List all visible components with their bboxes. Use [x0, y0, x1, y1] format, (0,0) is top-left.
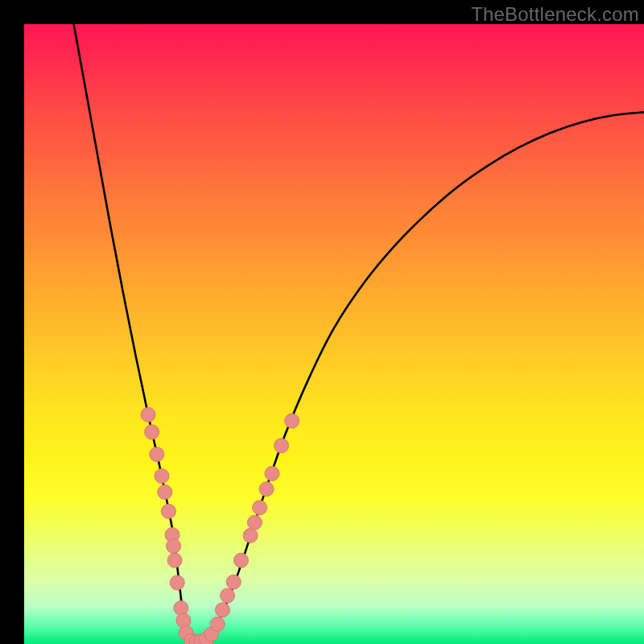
curve-marker: [259, 482, 274, 497]
curve-marker: [145, 425, 159, 440]
chart-frame: TheBottleneck.com: [0, 0, 644, 644]
curve-marker: [210, 617, 225, 631]
curve-marker: [247, 515, 262, 530]
curve-marker: [253, 501, 267, 515]
curve-marker: [170, 576, 184, 590]
bottleneck-curve: [74, 24, 644, 644]
bottleneck-chart: [24, 24, 644, 644]
curve-marker: [167, 553, 182, 568]
curve-marker: [158, 485, 172, 499]
curve-marker: [155, 469, 169, 483]
curve-markers: [141, 407, 299, 644]
curve-marker: [141, 407, 155, 422]
curve-marker: [215, 603, 229, 617]
curve-marker: [221, 588, 235, 603]
curve-marker: [265, 466, 279, 481]
curve-marker: [285, 414, 299, 428]
curve-marker: [234, 553, 249, 568]
curve-marker: [150, 447, 164, 461]
curve-marker: [174, 601, 188, 615]
curve-marker: [275, 439, 289, 453]
curve-marker: [226, 575, 241, 589]
watermark-text: TheBottleneck.com: [471, 3, 639, 26]
curve-marker: [176, 613, 191, 628]
curve-marker: [243, 528, 258, 543]
curve-marker: [167, 539, 181, 553]
curve-marker: [161, 504, 175, 518]
plot-area: [24, 24, 644, 644]
